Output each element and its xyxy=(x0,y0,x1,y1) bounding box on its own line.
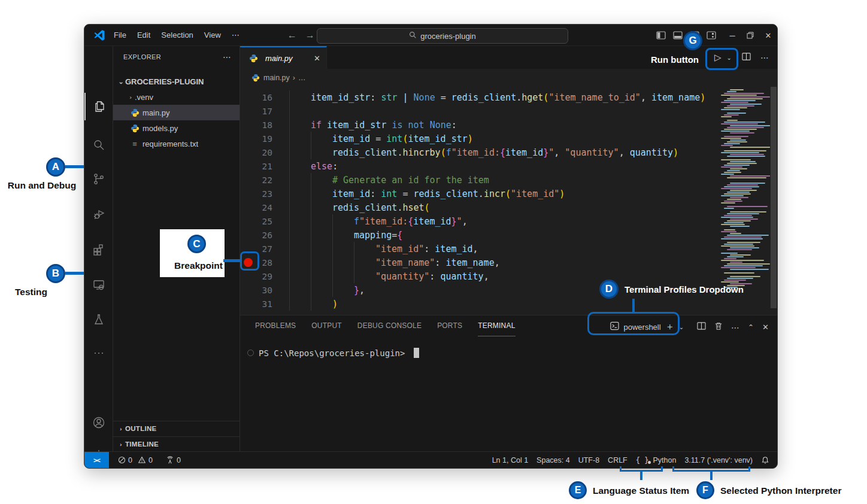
editor-more-actions-icon[interactable]: ⋯ xyxy=(757,53,772,62)
file-item-models-py[interactable]: models.py xyxy=(113,120,240,136)
activity-more-icon[interactable] xyxy=(84,339,113,367)
activity-explorer-icon[interactable] xyxy=(84,93,114,120)
outline-section[interactable]: › OUTLINE xyxy=(113,421,240,436)
menu-file[interactable]: File xyxy=(108,28,132,42)
activity-search-icon[interactable] xyxy=(84,131,113,159)
python-interpreter-status[interactable]: 3.11.7 ('.venv': venv) xyxy=(680,452,757,468)
code-line-18[interactable]: 18if item_id_str is not None: xyxy=(240,118,716,132)
menu-edit[interactable]: Edit xyxy=(132,28,156,42)
code-line-25[interactable]: 25f"item_id:{item_id}", xyxy=(240,214,716,228)
file-label: main.py xyxy=(143,108,170,117)
activity-testing-icon[interactable] xyxy=(84,306,113,333)
encoding[interactable]: UTF-8 xyxy=(574,452,604,468)
editor-scrollbar[interactable] xyxy=(770,87,777,315)
panel-more-actions-icon[interactable]: ⋯ xyxy=(731,323,739,332)
remote-indicator[interactable]: >< xyxy=(84,452,109,468)
close-tab-icon[interactable]: ✕ xyxy=(314,54,320,63)
activity-extensions-icon[interactable] xyxy=(84,236,113,263)
search-value: groceries-plugin xyxy=(420,32,476,41)
close-window-button[interactable]: ✕ xyxy=(759,26,777,44)
code-line-20[interactable]: 20redis_client.hincrby(f"item_id:{item_i… xyxy=(240,145,716,159)
panel-tab-terminal[interactable]: TERMINAL xyxy=(478,315,515,336)
line-number: 17 xyxy=(256,107,272,116)
code-line-16[interactable]: 16item_id_str: str | None = redis_client… xyxy=(240,90,716,104)
glyph-margin[interactable] xyxy=(240,159,256,173)
language-status-item[interactable]: { } Python xyxy=(632,452,681,468)
split-terminal-icon[interactable] xyxy=(697,321,706,333)
annotation-c-box xyxy=(240,251,259,271)
code-line-21[interactable]: 21else: xyxy=(240,159,716,173)
code-line-24[interactable]: 24redis_client.hset( xyxy=(240,201,716,214)
minimap[interactable] xyxy=(717,87,770,315)
menu-more[interactable]: ⋯ xyxy=(226,28,245,42)
toggle-primary-sidebar-icon[interactable] xyxy=(653,28,669,43)
customize-layout-icon[interactable] xyxy=(703,28,720,43)
split-editor-icon[interactable] xyxy=(738,52,754,63)
vscode-logo-icon xyxy=(93,29,105,41)
kill-terminal-icon[interactable] xyxy=(714,321,723,333)
glyph-margin[interactable] xyxy=(240,201,256,214)
code-line-17[interactable]: 17 xyxy=(240,104,716,118)
breadcrumb[interactable]: main.py › … xyxy=(240,69,777,87)
line-number: 27 xyxy=(256,244,272,254)
menu-selection[interactable]: Selection xyxy=(156,28,198,42)
glyph-margin[interactable] xyxy=(240,297,256,311)
code-line-26[interactable]: 26mapping={ xyxy=(240,228,716,242)
code-line-23[interactable]: 23item_id: int = redis_client.incr("item… xyxy=(240,187,716,201)
activity-source-control-icon[interactable] xyxy=(84,165,113,193)
annotation-d-badge: D xyxy=(599,280,619,299)
panel-tab-output[interactable]: OUTPUT xyxy=(311,315,342,336)
indentation[interactable]: Spaces: 4 xyxy=(532,452,574,468)
file-item-requirements-txt[interactable]: ≡requirements.txt xyxy=(113,136,240,151)
file-label: .venv xyxy=(135,93,153,102)
panel-tab-debug-console[interactable]: DEBUG CONSOLE xyxy=(357,315,422,336)
panel-tab-problems[interactable]: PROBLEMS xyxy=(255,315,296,336)
glyph-margin[interactable] xyxy=(240,104,256,118)
glyph-margin[interactable] xyxy=(240,228,256,242)
code-line-19[interactable]: 19item_id = int(item_id_str) xyxy=(240,132,716,145)
file-item--venv[interactable]: ›.venv xyxy=(113,89,240,105)
tab-main-py[interactable]: main.py ✕ xyxy=(240,46,327,69)
code-area[interactable]: 16item_id_str: str | None = redis_client… xyxy=(240,87,777,315)
glyph-margin[interactable] xyxy=(240,187,256,201)
restore-button[interactable] xyxy=(741,26,759,44)
maximize-panel-icon[interactable]: ⌃ xyxy=(748,323,754,332)
glyph-margin[interactable] xyxy=(240,283,256,297)
glyph-margin[interactable] xyxy=(240,132,256,145)
timeline-section[interactable]: › TIMELINE xyxy=(113,436,240,451)
glyph-margin[interactable] xyxy=(240,90,256,104)
code-line-29[interactable]: 29"quantity": quantity, xyxy=(240,269,716,283)
activity-run-and-debug-icon[interactable] xyxy=(84,201,113,228)
glyph-margin[interactable] xyxy=(240,269,256,283)
glyph-margin[interactable] xyxy=(240,173,256,187)
glyph-margin[interactable] xyxy=(240,214,256,228)
minimize-button[interactable]: ─ xyxy=(723,26,741,44)
menu-view[interactable]: View xyxy=(199,28,226,42)
notifications-bell-icon[interactable] xyxy=(757,452,774,468)
scrollbar-slider[interactable] xyxy=(771,87,777,308)
explorer-more-actions-icon[interactable]: ⋯ xyxy=(223,52,231,62)
panel-tab-ports[interactable]: PORTS xyxy=(437,315,462,336)
code-line-27[interactable]: 27"item_id": item_id, xyxy=(240,242,716,256)
glyph-margin[interactable] xyxy=(240,145,256,159)
command-center-search[interactable]: groceries-plugin xyxy=(317,28,568,44)
annotation-g-box xyxy=(705,48,738,70)
code-line-31[interactable]: 31) xyxy=(240,297,716,311)
activity-accounts-icon[interactable] xyxy=(84,409,113,436)
cursor-position[interactable]: Ln 1, Col 1 xyxy=(488,452,532,468)
terminal-prompt: PS C:\Repos\groceries-plugin> xyxy=(259,348,405,358)
code-line-22[interactable]: 22# Generate an id for the item xyxy=(240,173,716,187)
close-panel-icon[interactable]: ✕ xyxy=(762,323,769,332)
glyph-margin[interactable] xyxy=(240,118,256,132)
terminal[interactable]: PS C:\Repos\groceries-plugin> xyxy=(240,341,777,452)
eol-sequence[interactable]: CRLF xyxy=(604,452,632,468)
annotation-c-badge: C xyxy=(187,235,206,253)
tree-root-folder[interactable]: ⌄ GROCERIES-PLUGIN xyxy=(113,74,240,89)
file-label: requirements.txt xyxy=(143,139,198,148)
code-line-28[interactable]: 28"item_name": item_name, xyxy=(240,256,716,269)
nav-back-icon[interactable]: ← xyxy=(283,30,301,41)
annotation-g-label: Run button xyxy=(651,54,699,65)
file-item-main-py[interactable]: main.py xyxy=(113,105,240,120)
ports-status[interactable]: 0 xyxy=(162,452,185,468)
problems-status[interactable]: 0 0 xyxy=(114,452,157,468)
